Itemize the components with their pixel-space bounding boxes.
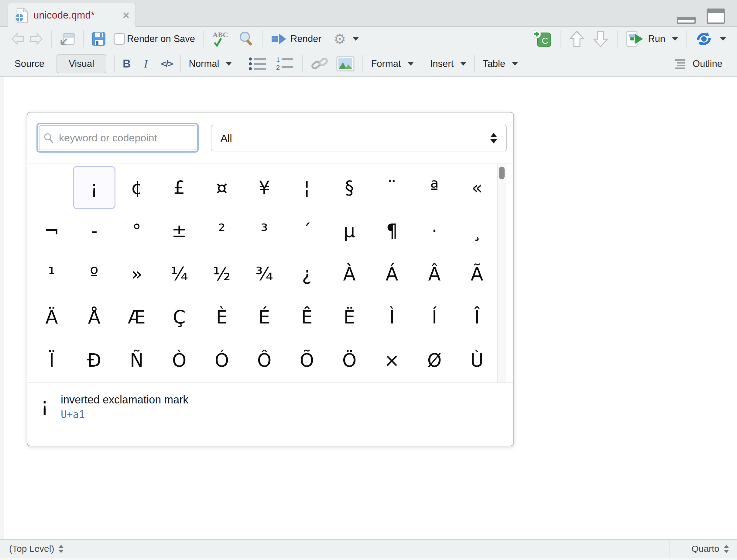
unicode-search-input[interactable] — [39, 125, 196, 150]
char-cell[interactable]: ¿ — [286, 252, 328, 296]
char-cell[interactable]: Ò — [158, 339, 201, 382]
bold-button[interactable]: B — [123, 57, 131, 70]
char-cell[interactable]: ¥ — [243, 166, 286, 209]
paragraph-style-dropdown[interactable]: Normal — [189, 58, 232, 69]
grid-scrollbar-thumb[interactable] — [499, 167, 504, 179]
char-cell[interactable]: ² — [201, 209, 243, 252]
char-cell[interactable]: Í — [413, 296, 456, 339]
char-cell[interactable]: ¢ — [115, 166, 158, 209]
save-icon — [92, 32, 106, 46]
char-cell[interactable]: ¶ — [370, 209, 413, 252]
doc-type-selector[interactable]: Quarto — [670, 540, 737, 558]
char-cell[interactable]: ± — [158, 209, 201, 252]
char-cell[interactable]: É — [243, 296, 286, 339]
char-cell[interactable]: Ð — [73, 339, 115, 382]
visual-editor-surface[interactable]: All ¡¢£¤¥¦§¨ª«¬‑°±²³´µ¶·¸¹º»¼½¾¿ÀÁÂÃÄÅÆÇ… — [0, 77, 737, 539]
char-cell[interactable]: × — [370, 339, 413, 382]
char-cell[interactable]: Ô — [243, 339, 286, 382]
bullet-list-button[interactable] — [248, 57, 267, 71]
char-cell[interactable]: Æ — [115, 296, 158, 339]
jump-up-button[interactable] — [568, 30, 585, 48]
find-replace-button[interactable] — [238, 31, 255, 47]
char-cell[interactable]: » — [115, 252, 158, 296]
char-cell[interactable]: ¡ — [73, 166, 115, 209]
grid-scrollbar[interactable] — [497, 164, 506, 382]
char-cell[interactable]: § — [328, 166, 370, 209]
image-button[interactable] — [336, 56, 355, 71]
char-cell[interactable]: Ë — [328, 296, 370, 339]
char-cell[interactable]: Ù — [456, 339, 498, 382]
render-on-save-checkbox[interactable] — [114, 33, 125, 45]
source-tools-button[interactable] — [694, 31, 726, 47]
spellcheck-button[interactable]: ABC — [212, 30, 231, 47]
inline-code-button[interactable]: </> — [161, 59, 172, 69]
char-cell[interactable]: Á — [370, 252, 413, 296]
char-cell[interactable]: ¬ — [30, 209, 73, 252]
char-cell[interactable]: Î — [456, 296, 498, 339]
char-cell[interactable]: Ø — [413, 339, 456, 382]
char-cell[interactable]: ½ — [201, 252, 243, 296]
char-cell[interactable]: ‑ — [73, 209, 115, 252]
char-cell[interactable]: È — [201, 296, 243, 339]
char-cell[interactable]: Ö — [328, 339, 370, 382]
format-menu[interactable]: Format — [371, 58, 413, 69]
char-cell[interactable]: Ç — [158, 296, 201, 339]
minimize-pane-icon[interactable] — [677, 17, 696, 24]
link-button[interactable] — [311, 56, 329, 72]
char-cell[interactable]: ¼ — [158, 252, 201, 296]
char-cell[interactable]: Ó — [201, 339, 243, 382]
popout-window-button[interactable] — [60, 32, 75, 46]
tab-close-icon[interactable]: × — [123, 9, 129, 21]
char-cell[interactable]: µ — [328, 209, 370, 252]
char-cell[interactable]: « — [456, 166, 498, 209]
save-button[interactable] — [92, 32, 106, 46]
char-cell[interactable]: À — [328, 252, 370, 296]
source-mode-button[interactable]: Source — [15, 58, 44, 69]
run-button[interactable]: Run — [625, 31, 678, 47]
char-cell[interactable]: ° — [115, 209, 158, 252]
visual-mode-button[interactable]: Visual — [57, 54, 106, 73]
char-cell[interactable]: Ã — [456, 252, 498, 296]
insert-menu[interactable]: Insert — [430, 58, 467, 69]
italic-button[interactable]: I — [144, 57, 148, 70]
char-cell[interactable]: Â — [413, 252, 456, 296]
char-cell[interactable]: ¸ — [456, 209, 498, 252]
render-options-button[interactable]: ⚙ — [334, 32, 359, 46]
char-cell[interactable]: Ï — [30, 339, 73, 382]
char-cell[interactable]: ¾ — [243, 252, 286, 296]
char-cell[interactable]: Ê — [286, 296, 328, 339]
char-cell[interactable]: Ì — [370, 296, 413, 339]
numbered-list-button[interactable]: 1 2 — [276, 56, 295, 72]
maximize-pane-icon[interactable] — [707, 9, 725, 24]
table-menu[interactable]: Table — [483, 58, 518, 69]
forward-button[interactable] — [29, 33, 43, 45]
char-cell[interactable]: ¹ — [30, 252, 73, 296]
char-cell[interactable]: Ñ — [115, 339, 158, 382]
char-cell[interactable]: ´ — [286, 209, 328, 252]
doc-type-label: Quarto — [691, 544, 719, 554]
separator — [51, 30, 52, 47]
char-cell[interactable]: Õ — [286, 339, 328, 382]
chevron-down-icon — [460, 62, 466, 66]
char-cell[interactable]: Å — [73, 296, 115, 339]
document-tab[interactable]: unicode.qmd* × — [8, 3, 136, 27]
char-cell[interactable]: Ä — [30, 296, 73, 339]
char-cell[interactable]: ³ — [243, 209, 286, 252]
char-cell[interactable]: ª — [413, 166, 456, 209]
scope-selector[interactable]: (Top Level) — [0, 544, 64, 554]
unicode-block-select[interactable]: All — [211, 125, 507, 151]
char-cell[interactable] — [30, 166, 73, 209]
insert-chunk-button[interactable]: C — [532, 30, 552, 48]
char-cell[interactable]: · — [413, 209, 456, 252]
char-cell[interactable]: £ — [158, 166, 201, 209]
run-label: Run — [648, 33, 665, 44]
jump-down-button[interactable] — [592, 30, 609, 48]
insert-menu-label: Insert — [430, 58, 454, 69]
render-button[interactable]: Render — [271, 32, 322, 46]
back-button[interactable] — [11, 33, 25, 45]
char-cell[interactable]: º — [73, 252, 115, 296]
char-cell[interactable]: ¦ — [286, 166, 328, 209]
char-cell[interactable]: ¨ — [370, 166, 413, 209]
outline-toggle-button[interactable]: Outline — [675, 58, 722, 69]
char-cell[interactable]: ¤ — [201, 166, 243, 209]
